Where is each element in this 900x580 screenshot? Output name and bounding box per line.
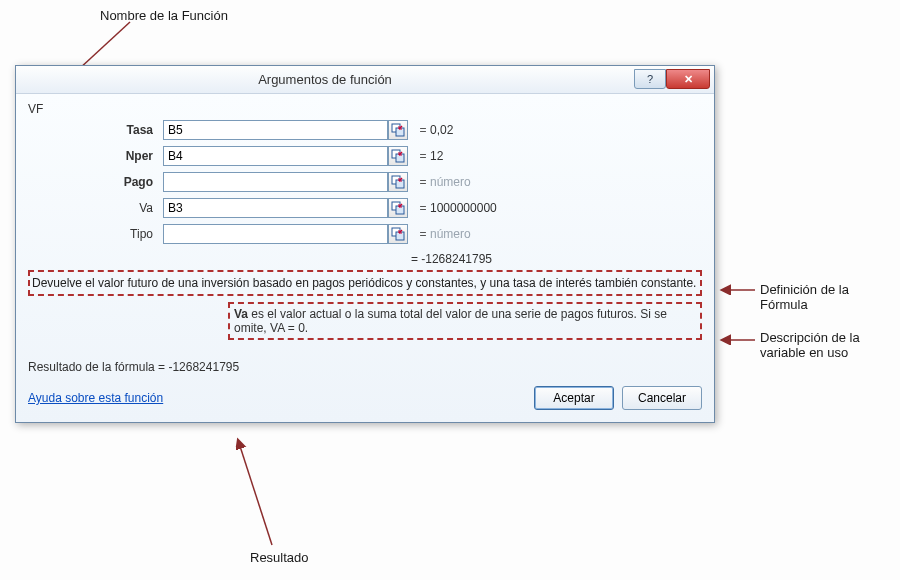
equals-sign: = — [416, 149, 430, 163]
arg-label-tasa: Tasa — [28, 123, 163, 137]
svg-line-3 — [238, 440, 272, 545]
arg-result-tipo: número — [430, 227, 702, 241]
arg-result-tasa: 0,02 — [430, 123, 702, 137]
close-button[interactable]: ✕ — [666, 69, 710, 89]
arg-input-va[interactable] — [163, 198, 388, 218]
help-icon: ? — [647, 73, 653, 85]
range-select-icon — [391, 149, 405, 163]
function-arguments-dialog: Argumentos de función ? ✕ VF Tasa=0,02Np… — [15, 65, 715, 423]
equals-sign: = — [416, 123, 430, 137]
arg-label-va: Va — [28, 201, 163, 215]
arg-result-nper: 12 — [430, 149, 702, 163]
collapse-dialog-button[interactable] — [388, 146, 408, 166]
argument-description-text: es el valor actual o la suma total del v… — [234, 307, 667, 335]
arg-input-pago[interactable] — [163, 172, 388, 192]
collapse-dialog-button[interactable] — [388, 224, 408, 244]
formula-result: Resultado de la fórmula = -1268241795 — [28, 360, 702, 374]
close-icon: ✕ — [684, 73, 693, 86]
arg-label-nper: Nper — [28, 149, 163, 163]
formula-preview: = -1268241795 — [28, 252, 702, 266]
equals-sign: = — [416, 227, 430, 241]
arguments-grid: Tasa=0,02Nper=12Pago=númeroVa=1000000000… — [28, 120, 702, 244]
dialog-footer: Ayuda sobre esta función Aceptar Cancela… — [28, 386, 702, 410]
equals-sign: = — [416, 201, 430, 215]
range-select-icon — [391, 123, 405, 137]
collapse-dialog-button[interactable] — [388, 198, 408, 218]
range-select-icon — [391, 175, 405, 189]
titlebar: Argumentos de función ? ✕ — [16, 66, 714, 94]
dialog-title: Argumentos de función — [16, 72, 634, 87]
arg-label-pago: Pago — [28, 175, 163, 189]
arg-result-va: 1000000000 — [430, 201, 702, 215]
equals-sign: = — [416, 175, 430, 189]
help-link[interactable]: Ayuda sobre esta función — [28, 391, 163, 405]
function-name: VF — [28, 102, 702, 116]
collapse-dialog-button[interactable] — [388, 172, 408, 192]
dialog-body: VF Tasa=0,02Nper=12Pago=númeroVa=1000000… — [16, 94, 714, 422]
cancel-button[interactable]: Cancelar — [622, 386, 702, 410]
ok-button[interactable]: Aceptar — [534, 386, 614, 410]
arg-input-tipo[interactable] — [163, 224, 388, 244]
arg-label-tipo: Tipo — [28, 227, 163, 241]
formula-description: Devuelve el valor futuro de una inversió… — [28, 270, 702, 296]
range-select-icon — [391, 227, 405, 241]
argument-description-name: Va — [234, 307, 248, 321]
range-select-icon — [391, 201, 405, 215]
arg-input-tasa[interactable] — [163, 120, 388, 140]
arg-result-pago: número — [430, 175, 702, 189]
collapse-dialog-button[interactable] — [388, 120, 408, 140]
help-button[interactable]: ? — [634, 69, 666, 89]
argument-description: Va es el valor actual o la suma total de… — [228, 302, 702, 340]
arg-input-nper[interactable] — [163, 146, 388, 166]
